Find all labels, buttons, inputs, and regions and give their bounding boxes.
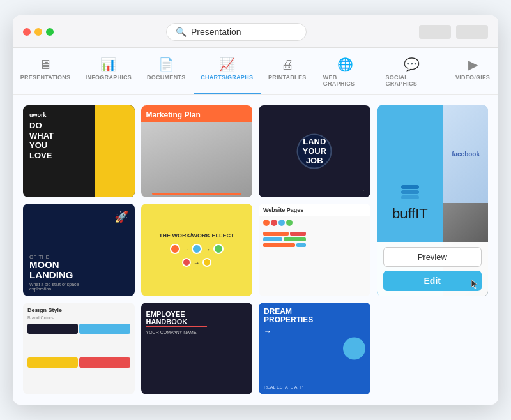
bar-seg-5 bbox=[263, 243, 295, 247]
edit-button[interactable]: Edit bbox=[383, 271, 482, 291]
handbook-red-bar bbox=[146, 326, 207, 327]
bar-seg-1 bbox=[263, 232, 289, 236]
charts-label: CHARTS/GRAPHS bbox=[201, 74, 253, 80]
dot-red bbox=[271, 220, 277, 226]
svg-rect-2 bbox=[401, 195, 419, 199]
template-land-your-job[interactable]: LANDYOURJOB → bbox=[259, 105, 370, 197]
minimize-button[interactable] bbox=[34, 28, 42, 36]
infographics-icon: 📊 bbox=[100, 58, 116, 71]
swatch-blue bbox=[79, 324, 130, 334]
node-green bbox=[213, 244, 224, 254]
template-dream-properties[interactable]: DreamProperties → REAL ESTATE APP bbox=[259, 303, 370, 394]
category-web-graphics[interactable]: 🌐 WEB GRAPHICS bbox=[314, 54, 377, 94]
img-bar bbox=[152, 193, 241, 195]
bar-seg-4 bbox=[284, 237, 306, 241]
category-printables[interactable]: 🖨 PRINTABLES bbox=[261, 54, 314, 94]
web-graphics-icon: 🌐 bbox=[337, 58, 353, 71]
real-estate-label: REAL ESTATE APP bbox=[264, 385, 303, 389]
social-graphics-icon: 💬 bbox=[404, 58, 420, 71]
category-documents[interactable]: 📄 DOCUMENTS bbox=[139, 54, 194, 94]
node-red bbox=[182, 258, 191, 267]
bar-row-2 bbox=[263, 237, 366, 241]
documents-icon: 📄 bbox=[158, 58, 174, 71]
node-orange bbox=[170, 244, 180, 254]
workwork-inner: THE WORK/WORK EFFECT → → → bbox=[141, 227, 253, 272]
color-swatches bbox=[27, 324, 130, 390]
moon-title: MOONLANDING bbox=[29, 260, 128, 281]
bar-row-1 bbox=[263, 232, 366, 236]
video-gifs-label: VIDEO/GIFS bbox=[455, 74, 490, 80]
template-grid: uwork DOWHATYOULOVE Marketing Plan LANDY… bbox=[13, 95, 498, 405]
browser-window: 🔍 🖥 PRESENTATIONS 📊 INFOGRAPHICS 📄 DOCUM… bbox=[13, 15, 498, 405]
facebook-label: facebook bbox=[452, 151, 480, 158]
template-buffit[interactable]: buffIT facebook Preview Edit bbox=[377, 105, 489, 296]
template-design-style[interactable]: Design Style Brand Colors bbox=[23, 303, 135, 394]
presentations-icon: 🖥 bbox=[39, 58, 52, 71]
workwork-title: THE WORK/WORK EFFECT bbox=[159, 232, 234, 239]
brand-colors-label: Brand Colors bbox=[27, 315, 130, 320]
node-yellow bbox=[202, 258, 211, 267]
search-input-wrapper: 🔍 bbox=[166, 23, 307, 41]
dot-green bbox=[286, 220, 293, 226]
search-icon: 🔍 bbox=[176, 27, 187, 37]
design-style-title: Design Style bbox=[27, 307, 130, 313]
website-pages-header: Website Pages bbox=[259, 204, 370, 216]
arrow-2: → bbox=[204, 246, 211, 253]
buffit-stack-icon bbox=[399, 179, 422, 202]
marketing-plan-image bbox=[141, 122, 253, 197]
bar-seg-2 bbox=[290, 232, 306, 236]
buffit-logo-text: buffIT bbox=[392, 206, 428, 222]
marketing-plan-header: Marketing Plan bbox=[141, 105, 253, 122]
close-button[interactable] bbox=[23, 28, 31, 36]
bar-seg-3 bbox=[263, 237, 282, 241]
arrow-3: → bbox=[194, 259, 200, 266]
dream-circle bbox=[343, 337, 365, 359]
template-do-what-you-love[interactable]: uwork DOWHATYOULOVE bbox=[23, 105, 135, 197]
moon-tagline: What a big start of spaceexploration bbox=[29, 282, 128, 291]
category-infographics[interactable]: 📊 INFOGRAPHICS bbox=[78, 54, 139, 94]
website-bars bbox=[259, 229, 370, 296]
category-video-gifs[interactable]: ▶ VIDEO/GIFS bbox=[447, 54, 498, 94]
workwork-row2: → bbox=[182, 258, 211, 267]
charts-icon: 📈 bbox=[219, 58, 235, 71]
node-blue bbox=[192, 244, 202, 254]
bar-row-3 bbox=[263, 243, 366, 247]
video-gifs-icon: ▶ bbox=[468, 58, 478, 71]
maximize-button[interactable] bbox=[46, 28, 54, 36]
category-presentations[interactable]: 🖥 PRESENTATIONS bbox=[13, 54, 78, 94]
marketing-plan-img-inner bbox=[141, 122, 253, 197]
arrow-1: → bbox=[183, 246, 189, 253]
presentations-label: PRESENTATIONS bbox=[20, 74, 71, 80]
printables-icon: 🖨 bbox=[281, 58, 294, 71]
infographics-label: INFOGRAPHICS bbox=[86, 74, 132, 80]
template-employee-handbook[interactable]: EMPLOYEEHANDBOOK YOUR COMPANY NAME bbox=[141, 303, 253, 394]
documents-label: DOCUMENTS bbox=[147, 74, 185, 80]
template-workwork[interactable]: THE WORK/WORK EFFECT → → → bbox=[141, 204, 253, 296]
template-website-pages[interactable]: Website Pages bbox=[259, 204, 370, 296]
handbook-title: EMPLOYEEHANDBOOK bbox=[146, 310, 248, 326]
traffic-lights bbox=[23, 28, 54, 36]
category-social-graphics[interactable]: 💬 SOCIAL GRAPHICS bbox=[376, 54, 447, 94]
preview-button[interactable]: Preview bbox=[383, 247, 482, 267]
swatch-dark bbox=[27, 324, 78, 334]
template-marketing-plan[interactable]: Marketing Plan bbox=[141, 105, 253, 197]
dream-properties-title: DreamProperties bbox=[264, 308, 313, 324]
search-bar: 🔍 bbox=[61, 23, 411, 41]
template-overlay: Preview Edit bbox=[377, 242, 489, 296]
svg-rect-0 bbox=[401, 185, 419, 189]
browser-nav-buttons bbox=[419, 25, 488, 39]
svg-rect-1 bbox=[401, 190, 419, 194]
card3-footer: → bbox=[361, 188, 365, 192]
dot-orange bbox=[263, 220, 270, 226]
nav-btn-forward bbox=[456, 25, 488, 39]
search-input[interactable] bbox=[191, 27, 280, 37]
swatch-yellow bbox=[27, 357, 78, 368]
template-moon-landing[interactable]: 🚀 of the MOONLANDING What a big start of… bbox=[23, 204, 135, 296]
rocket-icon: 🚀 bbox=[114, 210, 128, 224]
workwork-diagram: → → bbox=[170, 244, 224, 254]
nav-btn-back bbox=[419, 25, 451, 39]
yellow-bar bbox=[95, 105, 134, 197]
category-charts[interactable]: 📈 CHARTS/GRAPHS bbox=[194, 54, 261, 94]
handbook-company: YOUR COMPANY NAME bbox=[146, 330, 248, 334]
dot-blue bbox=[278, 220, 285, 226]
